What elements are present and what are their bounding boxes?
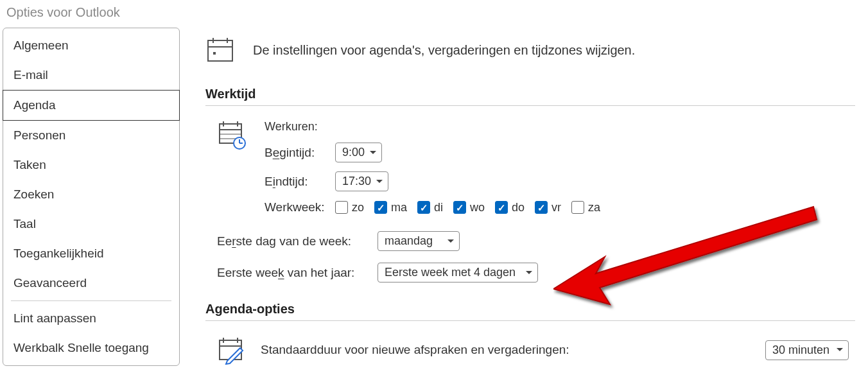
sidebar-item-werkbalk-snelle-toegang[interactable]: Werkbalk Snelle toegang bbox=[3, 333, 179, 363]
default-duration-label: Standaardduur voor nieuwe afspraken en v… bbox=[261, 343, 751, 357]
werkweek-label: Werkweek: bbox=[265, 200, 329, 214]
first-day-label: Eerste dag van de week: bbox=[217, 234, 369, 248]
sidebar-item-lint-aanpassen[interactable]: Lint aanpassen bbox=[3, 304, 179, 333]
day-do[interactable]: do bbox=[495, 201, 525, 214]
sidebar-item-algemeen[interactable]: Algemeen bbox=[3, 31, 179, 60]
calendar-pencil-icon bbox=[217, 335, 247, 365]
sidebar-divider bbox=[11, 300, 171, 301]
first-week-label: Eerste week van het jaar: bbox=[217, 266, 369, 280]
checkbox-wo[interactable] bbox=[453, 201, 466, 214]
day-label: ma bbox=[391, 201, 407, 214]
begintijd-select[interactable]: 9:00 bbox=[335, 143, 382, 162]
svg-rect-4 bbox=[213, 52, 216, 55]
day-za[interactable]: za bbox=[571, 201, 600, 214]
calendar-clock-icon bbox=[217, 120, 247, 150]
sidebar-item-taken[interactable]: Taken bbox=[3, 150, 179, 180]
workweek-days: zo ma di wo do vr za bbox=[335, 201, 600, 214]
day-label: vr bbox=[551, 201, 561, 214]
sidebar-item-zoeken[interactable]: Zoeken bbox=[3, 180, 179, 209]
day-label: wo bbox=[470, 201, 485, 214]
checkbox-ma[interactable] bbox=[374, 201, 387, 214]
svg-rect-1 bbox=[208, 40, 232, 47]
day-ma[interactable]: ma bbox=[374, 201, 407, 214]
day-label: di bbox=[434, 201, 443, 214]
day-vr[interactable]: vr bbox=[535, 201, 561, 214]
checkbox-zo[interactable] bbox=[335, 201, 348, 214]
sidebar-item-personen[interactable]: Personen bbox=[3, 121, 179, 150]
begintijd-label: Begintijd: bbox=[265, 146, 329, 160]
checkbox-vr[interactable] bbox=[535, 201, 548, 214]
sidebar-item-email[interactable]: E-mail bbox=[3, 60, 179, 90]
day-wo[interactable]: wo bbox=[453, 201, 485, 214]
calendar-large-icon bbox=[205, 35, 235, 65]
content-panel: De instellingen voor agenda's, vergaderi… bbox=[205, 28, 868, 366]
default-duration-select[interactable]: 30 minuten bbox=[765, 340, 849, 360]
day-label: zo bbox=[352, 201, 364, 214]
checkbox-do[interactable] bbox=[495, 201, 508, 214]
section-title-agenda-opties: Agenda-opties bbox=[205, 302, 855, 321]
day-zo[interactable]: zo bbox=[335, 201, 364, 214]
checkbox-di[interactable] bbox=[417, 201, 430, 214]
checkbox-za[interactable] bbox=[571, 201, 584, 214]
day-label: za bbox=[588, 201, 600, 214]
eindtijd-label: Eindtijd: bbox=[265, 175, 329, 189]
werkuren-label: Werkuren: bbox=[265, 120, 600, 134]
sidebar-item-geavanceerd[interactable]: Geavanceerd bbox=[3, 268, 179, 298]
sidebar-item-agenda[interactable]: Agenda bbox=[3, 90, 180, 121]
day-di[interactable]: di bbox=[417, 201, 443, 214]
section-title-werktijd: Werktijd bbox=[205, 87, 855, 106]
sidebar-item-taal[interactable]: Taal bbox=[3, 209, 179, 239]
first-week-select[interactable]: Eerste week met 4 dagen bbox=[378, 263, 538, 282]
eindtijd-select[interactable]: 17:30 bbox=[335, 171, 388, 191]
dialog-title: Opties voor Outlook bbox=[0, 0, 868, 28]
sidebar-item-toegankelijkheid[interactable]: Toegankelijkheid bbox=[3, 239, 179, 268]
day-label: do bbox=[512, 201, 525, 214]
svg-rect-0 bbox=[208, 40, 232, 61]
first-day-select[interactable]: maandag bbox=[378, 231, 460, 251]
options-sidebar: Algemeen E-mail Agenda Personen Taken Zo… bbox=[3, 28, 180, 366]
page-header-text: De instellingen voor agenda's, vergaderi… bbox=[253, 43, 635, 58]
